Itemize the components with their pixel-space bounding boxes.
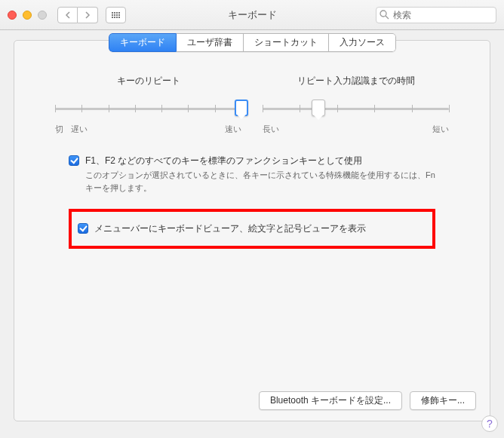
tab-input-sources[interactable]: 入力ソース (329, 33, 396, 52)
show-all-button[interactable] (106, 7, 126, 23)
viewer-label: メニューバーにキーボードビューア、絵文字と記号ビューアを表示 (94, 222, 366, 235)
chevron-right-icon (85, 11, 91, 19)
viewer-row: メニューバーにキーボードビューア、絵文字と記号ビューアを表示 (78, 222, 426, 235)
nav-buttons (57, 7, 98, 23)
fn-keys-row: F1、F2 などのすべてのキーを標準のファンクションキーとして使用 (69, 155, 435, 167)
slider-sublabels: 長い 短い (263, 124, 449, 135)
chevron-left-icon (65, 11, 71, 19)
fn-keys-checkbox[interactable] (69, 155, 79, 166)
footer-buttons: Bluetooth キーボードを設定... 修飾キー... (259, 391, 476, 410)
help-button[interactable]: ? (481, 415, 498, 432)
slider-thumb[interactable] (235, 100, 248, 116)
grid-icon (112, 12, 120, 18)
highlighted-option: メニューバーにキーボードビューア、絵文字と記号ビューアを表示 (69, 209, 435, 249)
slider-label: キーのリピート (55, 75, 241, 87)
fn-keys-label: F1、F2 などのすべてのキーを標準のファンクションキーとして使用 (85, 155, 362, 167)
minimize-icon[interactable] (23, 11, 32, 20)
tab-user-dict[interactable]: ユーザ辞書 (177, 33, 244, 52)
search-input[interactable] (376, 7, 496, 23)
zoom-icon (38, 11, 47, 20)
slider-track[interactable] (55, 100, 241, 119)
slider-track[interactable] (263, 100, 449, 119)
traffic-lights (8, 11, 47, 20)
key-repeat-slider: キーのリピート 切遅い 速い (45, 75, 252, 135)
tabs: キーボード ユーザ辞書 ショートカット 入力ソース (14, 33, 490, 52)
fn-keys-desc: このオプションが選択されているときに、各キーに示されている特殊機能を使用するには… (85, 169, 435, 194)
svg-point-0 (380, 11, 386, 17)
viewer-checkbox[interactable] (78, 223, 88, 234)
tab-shortcuts[interactable]: ショートカット (244, 33, 329, 52)
sliders-row: キーのリピート 切遅い 速い リピート入力認識までの時間 (14, 52, 490, 142)
close-icon[interactable] (8, 11, 17, 20)
slider-sublabels: 切遅い 速い (55, 124, 241, 135)
titlebar: キーボード (0, 0, 504, 30)
main-panel: キーボード ユーザ辞書 ショートカット 入力ソース キーのリピート (14, 40, 490, 421)
svg-line-1 (386, 16, 389, 19)
search-wrap (376, 7, 496, 23)
delay-slider: リピート入力認識までの時間 長い 短い (252, 75, 459, 135)
window-title: キーボード (228, 8, 277, 22)
options-area: F1、F2 などのすべてのキーを標準のファンクションキーとして使用 このオプショ… (14, 142, 490, 256)
tab-keyboard[interactable]: キーボード (109, 33, 177, 52)
search-icon (380, 10, 389, 20)
modifier-keys-button[interactable]: 修飾キー... (410, 391, 476, 410)
bluetooth-button[interactable]: Bluetooth キーボードを設定... (259, 391, 402, 410)
back-button[interactable] (57, 7, 78, 23)
segmented-control: キーボード ユーザ辞書 ショートカット 入力ソース (109, 33, 396, 52)
forward-button[interactable] (78, 7, 98, 23)
slider-label: リピート入力認識までの時間 (263, 75, 449, 87)
slider-thumb[interactable] (312, 100, 325, 116)
